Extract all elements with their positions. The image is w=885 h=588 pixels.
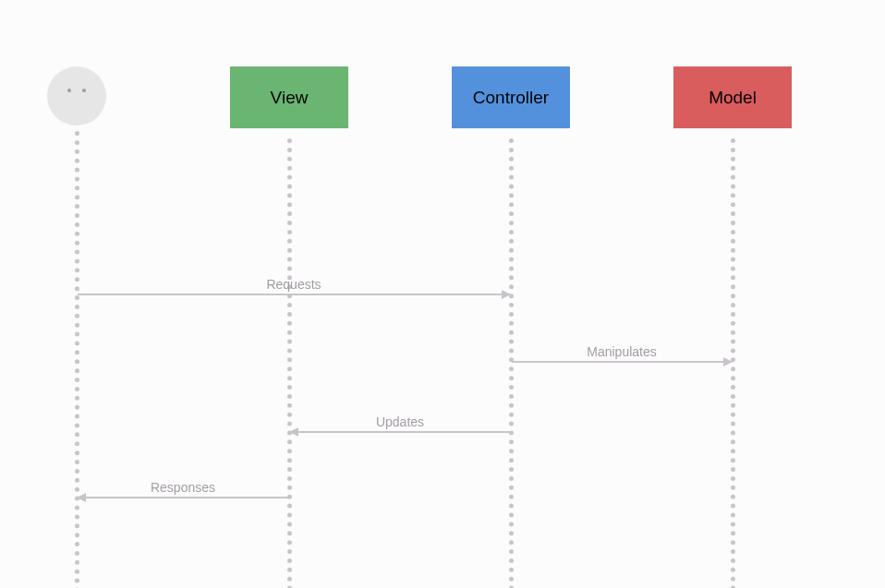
message-responses-label: Responses	[78, 480, 288, 495]
message-requests: Requests	[78, 294, 510, 295]
participant-view-label: View	[271, 88, 309, 108]
lifeline-user	[75, 131, 79, 588]
message-responses: Responses	[78, 497, 288, 498]
user-actor	[47, 66, 106, 126]
lifeline-controller	[509, 138, 514, 588]
message-updates: Updates	[290, 431, 510, 433]
participant-model: Model	[673, 66, 792, 128]
mvc-sequence-diagram: { "participants": { "user": { "label": "…	[0, 0, 885, 588]
user-eye-icon	[82, 89, 86, 92]
message-updates-label: Updates	[290, 414, 510, 429]
user-eye-icon	[67, 89, 71, 92]
participant-controller: Controller	[452, 66, 570, 128]
lifeline-view	[287, 138, 292, 588]
participant-controller-label: Controller	[473, 88, 549, 108]
message-manipulates: Manipulates	[512, 361, 732, 363]
participant-model-label: Model	[709, 88, 757, 108]
participant-view: View	[230, 66, 348, 128]
message-manipulates-label: Manipulates	[512, 344, 732, 359]
message-requests-label: Requests	[78, 277, 510, 292]
